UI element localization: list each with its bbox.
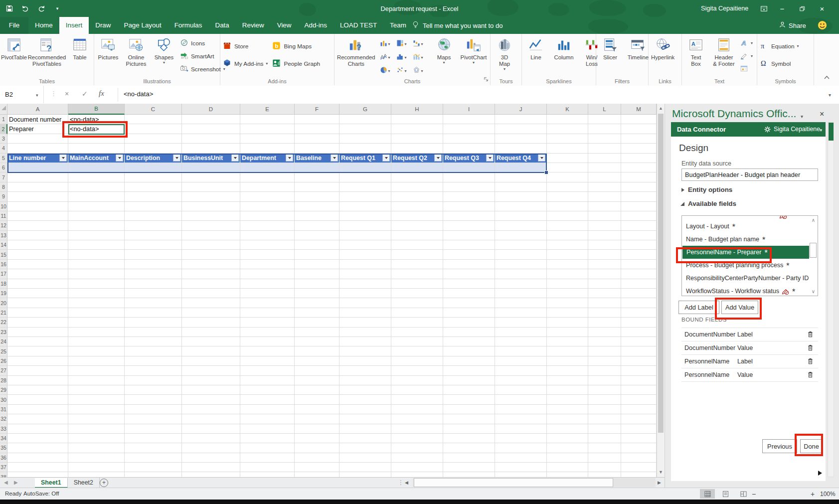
row-header-2[interactable]: 2 (0, 124, 7, 134)
cell-I16[interactable] (443, 260, 495, 269)
table-header-cell-line-number[interactable]: Line number (7, 154, 68, 163)
cell-A3[interactable] (7, 134, 68, 144)
row-header-26[interactable]: 26 (0, 356, 7, 366)
cell-A20[interactable] (7, 298, 68, 308)
cell-A16[interactable] (7, 260, 68, 269)
cell-G9[interactable] (339, 192, 391, 201)
cell-H22[interactable] (391, 318, 443, 327)
cell-L13[interactable] (588, 231, 621, 240)
table-header-cell-request-q4[interactable]: Request Q4 (495, 154, 547, 163)
cell-K10[interactable] (547, 202, 588, 211)
cell-G36[interactable] (339, 453, 391, 463)
cell-J26[interactable] (495, 356, 547, 366)
cell-H23[interactable] (391, 328, 443, 337)
scroll-down-icon[interactable]: ∨ (809, 289, 818, 294)
dialog-launcher-icon[interactable] (484, 75, 489, 84)
cell-K8[interactable] (547, 182, 588, 192)
cell-B21[interactable] (68, 308, 125, 318)
row-header-28[interactable]: 28 (0, 376, 7, 385)
tab-file[interactable]: File (0, 17, 28, 34)
cell-F31[interactable] (295, 405, 339, 414)
cell-M17[interactable] (621, 269, 657, 279)
cell-K31[interactable] (547, 405, 588, 414)
treemap-chart-button[interactable]: ▾ (396, 37, 413, 51)
row-header-36[interactable]: 36 (0, 453, 7, 463)
customize-qat-icon[interactable]: ▾ (53, 4, 62, 13)
field-name[interactable]: Name - Budget plan name* (682, 233, 810, 246)
cell-K21[interactable] (547, 308, 588, 318)
cell-I1[interactable] (443, 115, 495, 124)
tell-me-box[interactable]: Tell me what you want to do (412, 17, 503, 34)
cell-A19[interactable] (7, 289, 68, 298)
cell-I32[interactable] (443, 414, 495, 424)
cell-D15[interactable] (182, 250, 240, 259)
cell-B28[interactable] (68, 376, 125, 385)
cell-L18[interactable] (588, 279, 621, 289)
cell-H13[interactable] (391, 231, 443, 240)
cell-E36[interactable] (240, 453, 295, 463)
cell-L36[interactable] (588, 453, 621, 463)
cell-I17[interactable] (443, 269, 495, 279)
cell-J28[interactable] (495, 376, 547, 385)
cell-E29[interactable] (240, 385, 295, 395)
page-break-view-icon[interactable] (736, 489, 751, 499)
cell-H6[interactable] (391, 163, 443, 172)
row-header-24[interactable]: 24 (0, 337, 7, 346)
cell-B25[interactable] (68, 346, 125, 356)
cell-J23[interactable] (495, 328, 547, 337)
tab-page-layout[interactable]: Page Layout (117, 17, 168, 34)
cell-L7[interactable] (588, 172, 621, 182)
row-header-32[interactable]: 32 (0, 414, 7, 424)
cell-D18[interactable] (182, 279, 240, 289)
wordart-button[interactable]: A▾ (740, 38, 753, 48)
cell-B12[interactable] (68, 221, 125, 230)
cell-M23[interactable] (621, 328, 657, 337)
cell-C23[interactable] (125, 328, 182, 337)
cell-I9[interactable] (443, 192, 495, 201)
cell-L2[interactable] (588, 124, 621, 134)
cell-E11[interactable] (240, 211, 295, 221)
cell-G21[interactable] (339, 308, 391, 318)
cell-D36[interactable] (182, 453, 240, 463)
cell-M8[interactable] (621, 182, 657, 192)
cell-L6[interactable] (588, 163, 621, 172)
cell-D3[interactable] (182, 134, 240, 144)
cell-B10[interactable] (68, 202, 125, 211)
tab-formulas[interactable]: Formulas (168, 17, 209, 34)
available-fields-toggle[interactable]: Available fields (680, 200, 736, 207)
row-header-29[interactable]: 29 (0, 385, 7, 395)
available-fields-list[interactable]: Layout - Layout*Name - Budget plan name*… (681, 215, 818, 296)
cell-M9[interactable] (621, 192, 657, 201)
pane-close-icon[interactable]: × (820, 110, 824, 119)
cell-J25[interactable] (495, 346, 547, 356)
cell-F24[interactable] (295, 337, 339, 346)
cell-C2[interactable] (125, 124, 182, 134)
row-header-25[interactable]: 25 (0, 346, 7, 356)
cell-I8[interactable] (443, 182, 495, 192)
table-header-cell-request-q1[interactable]: Request Q1 (339, 154, 391, 163)
cell-D22[interactable] (182, 318, 240, 327)
cell-J27[interactable] (495, 366, 547, 375)
cell-I14[interactable] (443, 240, 495, 250)
cell-H3[interactable] (391, 134, 443, 144)
cell-D34[interactable] (182, 434, 240, 443)
cell-A12[interactable] (7, 221, 68, 230)
cell-D30[interactable] (182, 395, 240, 404)
cell-E7[interactable] (240, 172, 295, 182)
save-icon[interactable] (5, 4, 14, 13)
cell-J34[interactable] (495, 434, 547, 443)
cell-M4[interactable] (621, 144, 657, 153)
cell-A7[interactable] (7, 172, 68, 182)
row-header-27[interactable]: 27 (0, 366, 7, 375)
cell-G34[interactable] (339, 434, 391, 443)
combo-chart-button[interactable]: ▾ (413, 51, 429, 64)
cell-G31[interactable] (339, 405, 391, 414)
cell-D24[interactable] (182, 337, 240, 346)
online-pictures-button[interactable]: OnlinePictures (122, 35, 150, 78)
done-button[interactable]: Done (800, 439, 823, 453)
cell-B15[interactable] (68, 250, 125, 259)
cell-I22[interactable] (443, 318, 495, 327)
cell-M10[interactable] (621, 202, 657, 211)
cell-M38[interactable] (621, 472, 657, 477)
cell-L20[interactable] (588, 298, 621, 308)
